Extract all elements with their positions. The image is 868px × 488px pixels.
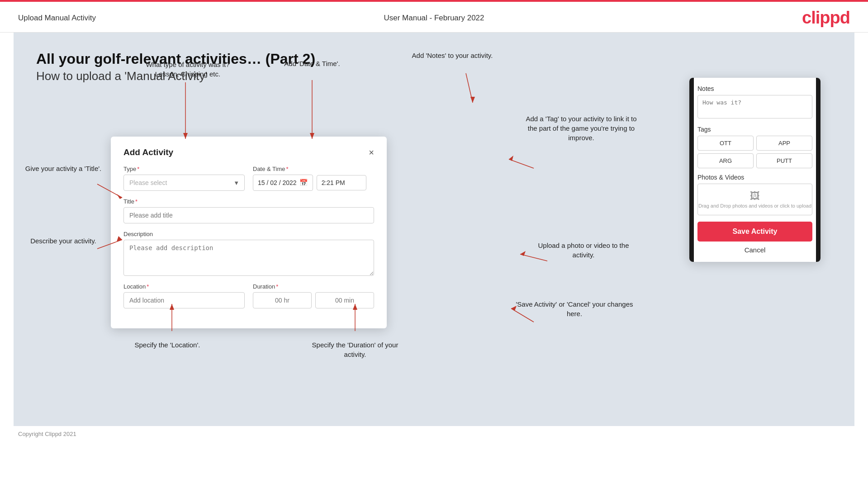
- svg-marker-17: [520, 251, 526, 256]
- top-bar: Upload Manual Activity User Manual - Feb…: [0, 2, 868, 33]
- location-label: Location*: [123, 283, 245, 290]
- annotation-title: Give your activity a 'Title'.: [23, 164, 104, 173]
- title-input[interactable]: [123, 207, 374, 223]
- annotation-date-time: Add 'Date & Time'.: [271, 59, 353, 68]
- tags-grid: OTT APP ARG PUTT: [697, 136, 812, 168]
- annotation-upload: Upload a photo or video to the activity.: [534, 241, 633, 260]
- annotation-duration: Specify the 'Duration' of your activity.: [303, 340, 407, 359]
- duration-hr-input[interactable]: [253, 292, 312, 308]
- phone-right-bar: [816, 78, 821, 262]
- document-title: User Manual - February 2022: [384, 14, 484, 23]
- annotation-location: Specify the 'Location'.: [122, 340, 213, 350]
- location-duration-row: Location* Duration*: [123, 283, 374, 308]
- main-content: All your golf-relevant activities… (Part…: [14, 33, 854, 426]
- right-panel: Notes Tags OTT APP ARG PUTT Photos & Vid…: [678, 78, 832, 262]
- description-label: Description: [123, 231, 374, 237]
- datetime-label: Date & Time*: [253, 166, 374, 172]
- upload-icon: 🖼: [750, 190, 760, 202]
- photos-label: Photos & Videos: [697, 174, 812, 181]
- tags-label: Tags: [697, 126, 812, 133]
- svg-marker-13: [470, 97, 475, 103]
- location-group: Location*: [123, 283, 245, 308]
- type-label: Type*: [123, 166, 245, 172]
- modal-title: Add Activity: [123, 147, 173, 157]
- logo: clippd: [802, 8, 850, 28]
- type-group: Type* Please select ▼: [123, 166, 245, 191]
- description-group: Description: [123, 231, 374, 276]
- modal-header: Add Activity ×: [123, 147, 374, 157]
- tag-putt[interactable]: PUTT: [756, 153, 812, 168]
- annotation-notes: Add 'Notes' to your activity.: [407, 51, 498, 60]
- description-textarea[interactable]: [123, 240, 374, 276]
- date-time-inputs: 15 / 02 / 2022 📅 2:21 PM: [253, 175, 374, 191]
- svg-marker-15: [509, 156, 513, 161]
- duration-min-input[interactable]: [315, 292, 374, 308]
- calendar-icon: 📅: [299, 179, 308, 187]
- title-field-label: Title*: [123, 198, 374, 205]
- cancel-button[interactable]: Cancel: [745, 246, 766, 254]
- save-activity-button[interactable]: Save Activity: [697, 222, 812, 242]
- add-activity-modal: Add Activity × Type* Please select ▼ Dat…: [111, 137, 387, 328]
- page-title: Upload Manual Activity: [18, 14, 96, 23]
- type-select-wrapper: Please select ▼: [123, 175, 245, 191]
- duration-inputs: [253, 292, 374, 308]
- upload-text: Drag and Drop photos and videos or click…: [698, 203, 811, 208]
- upload-box[interactable]: 🖼 Drag and Drop photos and videos or cli…: [697, 184, 812, 215]
- type-datetime-row: Type* Please select ▼ Date & Time* 15 / …: [123, 166, 374, 191]
- annotation-save-cancel: 'Save Activity' or 'Cancel' your changes…: [516, 299, 633, 318]
- annotation-activity-type: What type of activity was it? Lesson, Ch…: [136, 60, 240, 79]
- date-value: 15 / 02 / 2022: [258, 179, 297, 186]
- phone-left-bar: [689, 78, 694, 262]
- tag-ott[interactable]: OTT: [697, 136, 754, 151]
- duration-group: Duration*: [253, 283, 374, 308]
- date-input[interactable]: 15 / 02 / 2022 📅: [253, 175, 313, 191]
- tag-app[interactable]: APP: [756, 136, 812, 151]
- type-select[interactable]: Please select: [123, 175, 245, 191]
- copyright: Copyright Clippd 2021: [18, 431, 76, 437]
- notes-textarea[interactable]: [697, 95, 812, 118]
- modal-close-button[interactable]: ×: [369, 148, 374, 157]
- datetime-group: Date & Time* 15 / 02 / 2022 📅 2:21 PM: [253, 166, 374, 191]
- tag-arg[interactable]: ARG: [697, 153, 754, 168]
- annotation-describe: Describe your activity.: [23, 236, 104, 246]
- location-input[interactable]: [123, 292, 245, 308]
- footer: Copyright Clippd 2021: [0, 426, 868, 442]
- time-input[interactable]: 2:21 PM: [317, 175, 366, 190]
- annotation-tag: Add a 'Tag' to your activity to link it …: [525, 114, 638, 142]
- title-group: Title*: [123, 198, 374, 223]
- notes-label: Notes: [697, 85, 812, 92]
- svg-line-14: [509, 159, 534, 168]
- phone-mockup: Notes Tags OTT APP ARG PUTT Photos & Vid…: [689, 78, 821, 262]
- duration-label: Duration*: [253, 283, 374, 290]
